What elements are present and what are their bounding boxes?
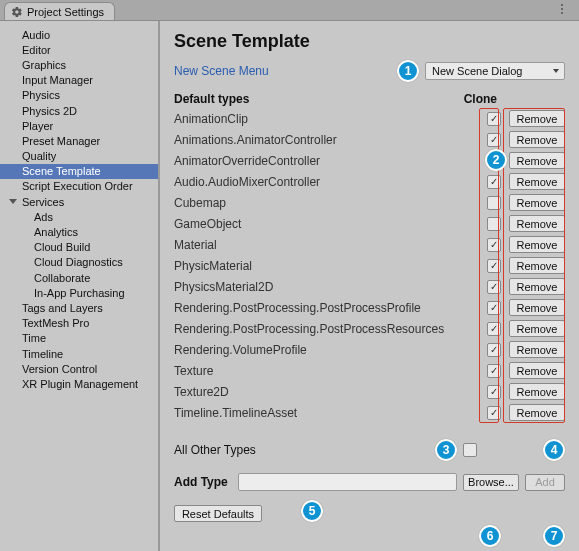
type-name: Timeline.TimelineAsset	[174, 406, 487, 420]
default-types-heading: Default types	[174, 92, 249, 106]
remove-button[interactable]: Remove	[509, 215, 565, 232]
remove-button[interactable]: Remove	[509, 299, 565, 316]
default-types-list: AnimationClip✓RemoveAnimations.AnimatorC…	[174, 108, 565, 423]
clone-checkbox[interactable]: ✓	[487, 175, 501, 189]
remove-button[interactable]: Remove	[509, 194, 565, 211]
remove-button[interactable]: Remove	[509, 320, 565, 337]
tab-title: Project Settings	[27, 6, 104, 18]
tab-bar: Project Settings	[0, 0, 579, 20]
clone-checkbox[interactable]: ✓	[487, 322, 501, 336]
remove-button[interactable]: Remove	[509, 110, 565, 127]
all-other-types-label: All Other Types	[174, 443, 256, 457]
type-row: Texture2D✓Remove	[174, 381, 565, 402]
type-row: Material✓Remove	[174, 234, 565, 255]
clone-checkbox[interactable]: ✓	[487, 343, 501, 357]
add-button[interactable]: Add	[525, 474, 565, 491]
type-name: Texture2D	[174, 385, 487, 399]
remove-button[interactable]: Remove	[509, 362, 565, 379]
context-menu-icon[interactable]	[555, 2, 569, 16]
type-name: AnimatorOverrideController	[174, 154, 487, 168]
remove-button[interactable]: Remove	[509, 257, 565, 274]
type-name: Animations.AnimatorController	[174, 133, 487, 147]
sidebar-item-player[interactable]: Player	[0, 118, 158, 133]
reset-defaults-button[interactable]: Reset Defaults	[174, 505, 262, 522]
sidebar-item-services[interactable]: Services	[0, 194, 158, 209]
sidebar-item-physics-2d[interactable]: Physics 2D	[0, 103, 158, 118]
clone-checkbox[interactable]: ✓	[487, 154, 501, 168]
clone-checkbox[interactable]: ✓	[487, 112, 501, 126]
type-row: Rendering.VolumeProfile✓Remove	[174, 339, 565, 360]
type-name: PhysicMaterial	[174, 259, 487, 273]
clone-checkbox[interactable]	[487, 217, 501, 231]
sidebar-item-cloud-build[interactable]: Cloud Build	[0, 240, 158, 255]
type-name: Audio.AudioMixerController	[174, 175, 487, 189]
type-name: AnimationClip	[174, 112, 487, 126]
tab-project-settings[interactable]: Project Settings	[4, 2, 115, 20]
sidebar-item-script-execution-order[interactable]: Script Execution Order	[0, 179, 158, 194]
type-row: Rendering.PostProcessing.PostProcessReso…	[174, 318, 565, 339]
type-row: Audio.AudioMixerController✓Remove	[174, 171, 565, 192]
type-name: Texture	[174, 364, 487, 378]
sidebar-item-in-app-purchasing[interactable]: In-App Purchasing	[0, 285, 158, 300]
remove-button[interactable]: Remove	[509, 152, 565, 169]
sidebar-item-input-manager[interactable]: Input Manager	[0, 73, 158, 88]
callout-4: 4	[543, 439, 565, 461]
sidebar-item-collaborate[interactable]: Collaborate	[0, 270, 158, 285]
type-row: GameObjectRemove	[174, 213, 565, 234]
clone-checkbox[interactable]: ✓	[487, 385, 501, 399]
remove-button[interactable]: Remove	[509, 173, 565, 190]
clone-checkbox[interactable]: ✓	[487, 238, 501, 252]
sidebar-item-time[interactable]: Time	[0, 331, 158, 346]
remove-button[interactable]: Remove	[509, 383, 565, 400]
sidebar-item-editor[interactable]: Editor	[0, 42, 158, 57]
scene-template-panel: Scene Template New Scene Menu 1 New Scen…	[160, 21, 579, 551]
type-name: Cubemap	[174, 196, 487, 210]
remove-button[interactable]: Remove	[509, 131, 565, 148]
add-type-input[interactable]	[238, 473, 457, 491]
type-row: PhysicsMaterial2D✓Remove	[174, 276, 565, 297]
type-row: Animations.AnimatorController✓Remove	[174, 129, 565, 150]
remove-button[interactable]: Remove	[509, 278, 565, 295]
page-title: Scene Template	[174, 31, 565, 52]
type-row: AnimatorOverrideController✓Remove	[174, 150, 565, 171]
new-scene-menu-link[interactable]: New Scene Menu	[174, 64, 269, 78]
clone-checkbox[interactable]: ✓	[487, 133, 501, 147]
remove-button[interactable]: Remove	[509, 236, 565, 253]
callout-7: 7	[543, 525, 565, 547]
sidebar-item-audio[interactable]: Audio	[0, 27, 158, 42]
sidebar-item-physics[interactable]: Physics	[0, 88, 158, 103]
clone-checkbox[interactable]: ✓	[487, 301, 501, 315]
type-name: Material	[174, 238, 487, 252]
sidebar-item-tags-and-layers[interactable]: Tags and Layers	[0, 300, 158, 315]
clone-checkbox[interactable]	[487, 196, 501, 210]
remove-button[interactable]: Remove	[509, 341, 565, 358]
sidebar-item-graphics[interactable]: Graphics	[0, 57, 158, 72]
sidebar-item-quality[interactable]: Quality	[0, 149, 158, 164]
type-row: PhysicMaterial✓Remove	[174, 255, 565, 276]
clone-checkbox[interactable]: ✓	[487, 280, 501, 294]
clone-checkbox[interactable]: ✓	[487, 259, 501, 273]
callout-6: 6	[479, 525, 501, 547]
sidebar-item-preset-manager[interactable]: Preset Manager	[0, 133, 158, 148]
browse-button[interactable]: Browse...	[463, 474, 519, 491]
type-row: Rendering.PostProcessing.PostProcessProf…	[174, 297, 565, 318]
sidebar-item-ads[interactable]: Ads	[0, 209, 158, 224]
gear-icon	[11, 6, 23, 18]
all-other-types-checkbox[interactable]	[463, 443, 477, 457]
new-scene-dialog-dropdown[interactable]: New Scene Dialog	[425, 62, 565, 80]
clone-checkbox[interactable]: ✓	[487, 406, 501, 420]
type-name: GameObject	[174, 217, 487, 231]
sidebar-item-scene-template[interactable]: Scene Template	[0, 164, 158, 179]
settings-categories-sidebar: AudioEditorGraphicsInput ManagerPhysicsP…	[0, 21, 160, 551]
callout-1: 1	[397, 60, 419, 82]
sidebar-item-xr-plugin-management[interactable]: XR Plugin Management	[0, 376, 158, 391]
remove-button[interactable]: Remove	[509, 404, 565, 421]
sidebar-item-textmesh-pro[interactable]: TextMesh Pro	[0, 316, 158, 331]
clone-checkbox[interactable]: ✓	[487, 364, 501, 378]
sidebar-item-timeline[interactable]: Timeline	[0, 346, 158, 361]
type-name: Rendering.PostProcessing.PostProcessProf…	[174, 301, 487, 315]
type-row: Texture✓Remove	[174, 360, 565, 381]
sidebar-item-cloud-diagnostics[interactable]: Cloud Diagnostics	[0, 255, 158, 270]
sidebar-item-analytics[interactable]: Analytics	[0, 224, 158, 239]
sidebar-item-version-control[interactable]: Version Control	[0, 361, 158, 376]
